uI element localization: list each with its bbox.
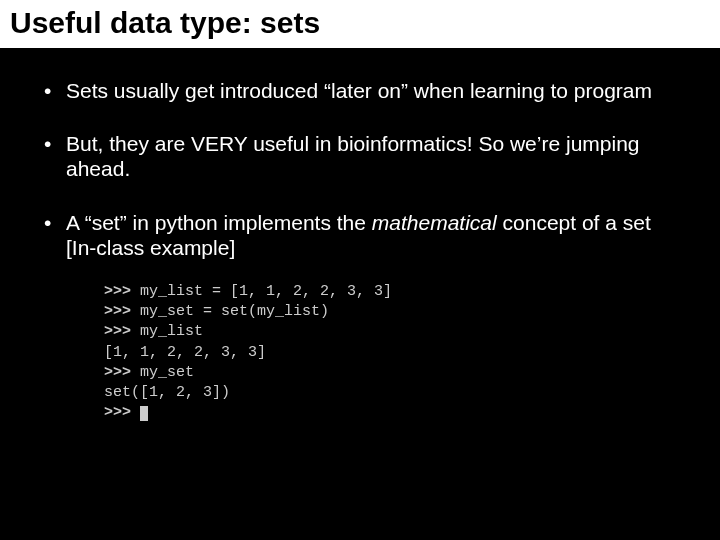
code-text: my_set (140, 364, 194, 381)
code-line: >>> my_list = [1, 1, 2, 2, 3, 3] (104, 282, 680, 302)
code-line: >>> (104, 403, 680, 423)
slide-title: Useful data type: sets (10, 6, 710, 40)
code-text: my_set = set(my_list) (140, 303, 329, 320)
repl-prompt: >>> (104, 323, 140, 340)
title-bar: Useful data type: sets (0, 0, 720, 48)
code-line: >>> my_set = set(my_list) (104, 302, 680, 322)
code-line: >>> my_set (104, 363, 680, 383)
bullet-list: Sets usually get introduced “later on” w… (40, 78, 680, 260)
bullet-text: A “set” in python implements the (66, 211, 372, 234)
bullet-text-italic: mathematical (372, 211, 497, 234)
code-text: my_list = [1, 1, 2, 2, 3, 3] (140, 283, 392, 300)
bullet-item: But, they are VERY useful in bioinformat… (40, 131, 680, 181)
repl-prompt: >>> (104, 404, 140, 421)
repl-prompt: >>> (104, 283, 140, 300)
code-line: >>> my_list (104, 322, 680, 342)
repl-prompt: >>> (104, 303, 140, 320)
bullet-item: Sets usually get introduced “later on” w… (40, 78, 680, 103)
cursor-icon (140, 406, 148, 421)
code-output: [1, 1, 2, 2, 3, 3] (104, 343, 680, 363)
repl-prompt: >>> (104, 364, 140, 381)
code-text: my_list (140, 323, 203, 340)
bullet-item: A “set” in python implements the mathema… (40, 210, 680, 260)
slide-content: Sets usually get introduced “later on” w… (0, 48, 720, 434)
code-output: set([1, 2, 3]) (104, 383, 680, 403)
code-block: >>> my_list = [1, 1, 2, 2, 3, 3] >>> my_… (104, 282, 680, 424)
